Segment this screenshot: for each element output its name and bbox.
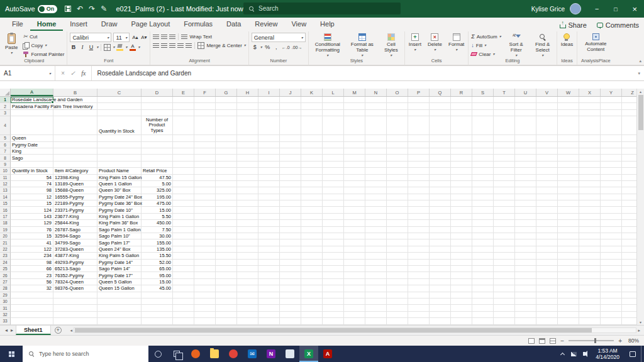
cell-L25[interactable] (323, 266, 344, 272)
cell-Q30[interactable] (430, 299, 451, 305)
cell-K10[interactable] (301, 168, 323, 174)
cell-M16[interactable] (344, 207, 365, 213)
cell-D2[interactable] (142, 103, 173, 109)
row-header-22[interactable]: 22 (0, 246, 11, 253)
cell-Q33[interactable] (430, 318, 451, 324)
insert-function-icon[interactable] (81, 70, 86, 77)
cell-Q7[interactable] (430, 148, 451, 155)
hscroll-thumb[interactable] (75, 328, 592, 332)
cell-A6[interactable]: Pygmy Date (11, 142, 53, 148)
cell-Z33[interactable] (622, 318, 636, 324)
row-header-18[interactable]: 18 (0, 220, 11, 226)
cell-N7[interactable] (365, 148, 387, 155)
cell-B23[interactable]: 43877-King (53, 253, 97, 259)
cell-M11[interactable] (344, 175, 365, 181)
cell-S10[interactable] (472, 168, 494, 174)
cell-H9[interactable] (237, 162, 258, 168)
cell-G25[interactable] (216, 266, 237, 272)
cell-D29[interactable] (142, 292, 173, 299)
cell-L18[interactable] (323, 220, 344, 226)
cell-V4[interactable] (536, 116, 558, 135)
cell-G8[interactable] (216, 155, 237, 161)
cell-P20[interactable] (408, 233, 430, 239)
column-header-H[interactable]: H (237, 89, 258, 96)
cell-Z12[interactable] (622, 181, 636, 187)
font-color-button[interactable] (129, 44, 136, 51)
tab-view[interactable]: View (284, 18, 313, 31)
cell-T25[interactable] (494, 266, 515, 272)
cell-B16[interactable]: 23371-Pygmy (53, 207, 97, 213)
cell-R1[interactable] (451, 97, 472, 103)
cell-E28[interactable] (173, 285, 194, 292)
cell-O21[interactable] (387, 239, 408, 246)
cell-M25[interactable] (344, 266, 365, 272)
cell-V12[interactable] (536, 181, 558, 187)
cell-E33[interactable] (173, 318, 194, 324)
cell-S22[interactable] (472, 246, 494, 253)
cell-G31[interactable] (216, 305, 237, 311)
cell-P27[interactable] (408, 279, 430, 285)
page-break-view-button[interactable] (550, 338, 556, 344)
cell-S14[interactable] (472, 194, 494, 200)
cell-I12[interactable] (258, 181, 280, 187)
cell-N32[interactable] (365, 312, 387, 318)
cell-X27[interactable] (579, 279, 601, 285)
cell-J11[interactable] (280, 175, 301, 181)
row-header-3[interactable]: 3 (0, 110, 11, 116)
cell-K14[interactable] (301, 194, 323, 200)
cell-H12[interactable] (237, 181, 258, 187)
cell-O18[interactable] (387, 220, 408, 226)
cell-Z24[interactable] (622, 260, 636, 266)
cell-S25[interactable] (472, 266, 494, 272)
cell-M14[interactable] (344, 194, 365, 200)
cell-E9[interactable] (173, 162, 194, 168)
cell-N29[interactable] (365, 292, 387, 299)
cell-R26[interactable] (451, 272, 472, 278)
row-header-4[interactable]: 4 (0, 116, 11, 135)
horizontal-scrollbar[interactable]: ◂ ▸ (70, 327, 641, 333)
cell-L2[interactable] (323, 103, 344, 109)
cell-P15[interactable] (408, 200, 430, 207)
cell-G12[interactable] (216, 181, 237, 187)
cell-M26[interactable] (344, 272, 365, 278)
cell-L14[interactable] (323, 194, 344, 200)
zoom-out-button[interactable]: − (560, 337, 564, 344)
cell-T17[interactable] (494, 214, 515, 220)
cell-G30[interactable] (216, 299, 237, 305)
cell-B3[interactable] (53, 110, 97, 116)
cell-O27[interactable] (387, 279, 408, 285)
cell-A11[interactable]: 54 (11, 175, 53, 181)
cell-L30[interactable] (323, 299, 344, 305)
find-select-button[interactable]: Find & Select▾ (531, 33, 554, 58)
cell-X7[interactable] (579, 148, 601, 155)
cell-D1[interactable] (142, 97, 173, 103)
cell-G3[interactable] (216, 110, 237, 116)
cell-N4[interactable] (365, 116, 387, 135)
cell-T4[interactable] (494, 116, 515, 135)
cell-A21[interactable]: 41 (11, 239, 53, 246)
increase-font-button[interactable] (131, 34, 138, 41)
taskbar-excel-icon[interactable]: X (299, 346, 318, 362)
cell-A9[interactable] (11, 162, 53, 168)
cell-Q1[interactable] (430, 97, 451, 103)
cell-T15[interactable] (494, 200, 515, 207)
cell-U7[interactable] (515, 148, 536, 155)
cell-I10[interactable] (258, 168, 280, 174)
chevron-down-icon[interactable]: ▾ (113, 45, 114, 49)
cell-X10[interactable] (579, 168, 601, 174)
cell-K23[interactable] (301, 253, 323, 259)
cell-J5[interactable] (280, 135, 301, 141)
cell-A8[interactable]: Sago (11, 155, 53, 161)
cell-I14[interactable] (258, 194, 280, 200)
cell-N27[interactable] (365, 279, 387, 285)
cell-T33[interactable] (494, 318, 515, 324)
cell-A20[interactable]: 15 (11, 233, 53, 239)
cell-E10[interactable] (173, 168, 194, 174)
cell-L23[interactable] (323, 253, 344, 259)
cell-Q11[interactable] (430, 175, 451, 181)
cell-Q10[interactable] (430, 168, 451, 174)
cell-W10[interactable] (558, 168, 579, 174)
row-header-8[interactable]: 8 (0, 155, 11, 161)
cell-U19[interactable] (515, 227, 536, 233)
cell-W3[interactable] (558, 110, 579, 116)
